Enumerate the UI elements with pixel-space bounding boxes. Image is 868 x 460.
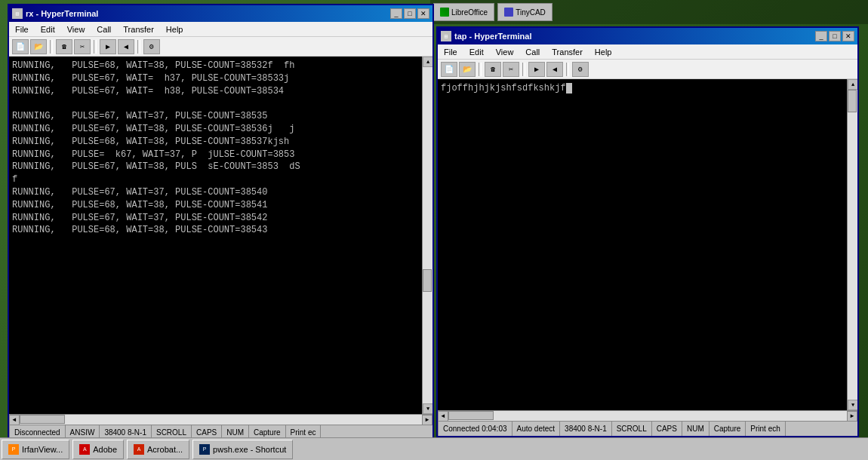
rx-close-button[interactable]: ✕ xyxy=(417,8,429,19)
tap-close-button[interactable]: ✕ xyxy=(842,31,854,41)
rx-line-3: RUNNING, PULSE=67, WAIT= h38, PULSE-COUN… xyxy=(12,85,408,98)
rx-new-button[interactable]: 📄 xyxy=(12,39,29,54)
tap-print-status: Print ech xyxy=(746,422,785,436)
rx-terminal[interactable]: RUNNING, PULSE=68, WAIT=38, PULSE-COUNT=… xyxy=(9,57,422,414)
rx-hyperterminal-window: ⊞ rx - HyperTerminal _ □ ✕ File Edit Vie… xyxy=(8,4,434,441)
rx-line-8: RUNNING, PULSE= k67, WAIT=37, P jULSE-CO… xyxy=(12,149,408,161)
rx-menu-call[interactable]: Call xyxy=(94,24,114,35)
rx-title-text: rx - HyperTerminal xyxy=(26,9,389,18)
taskbar-pwsh-label: pwsh.exe - Shortcut xyxy=(213,445,286,454)
rx-horizontal-scrollbar[interactable]: ◄ ► xyxy=(9,414,432,425)
rx-content-area: RUNNING, PULSE=68, WAIT=38, PULSE-COUNT=… xyxy=(9,57,432,414)
rx-line-2: RUNNING, PULSE=67, WAIT= h37, PULSE-COUN… xyxy=(12,72,408,85)
tap-new-button[interactable]: 📄 xyxy=(441,62,457,77)
tap-terminal-content: fjoffhjhjkjshfsdfkshkjf xyxy=(441,82,844,95)
rx-menu-file[interactable]: File xyxy=(12,24,32,35)
tap-scroll-right-button[interactable]: ► xyxy=(847,411,857,422)
rx-line-5: RUNNING, PULSE=67, WAIT=37, PULSE-COUNT=… xyxy=(12,110,408,123)
tap-horizontal-scrollbar[interactable]: ◄ ► xyxy=(438,410,857,421)
rx-scroll-left-button[interactable]: ◄ xyxy=(9,415,20,425)
taskbar-adobe-icon: A xyxy=(79,444,90,455)
tap-h-scroll-track[interactable] xyxy=(448,411,847,422)
rx-scroll-thumb[interactable] xyxy=(423,269,432,292)
rx-menu-bar: File Edit View Call Transfer Help xyxy=(9,22,432,37)
tap-connection-status: Connected 0:04:03 xyxy=(438,422,512,436)
tap-scroll-thumb[interactable] xyxy=(848,90,857,112)
tap-hangup-button[interactable]: ✂ xyxy=(503,62,519,77)
tap-menu-transfer[interactable]: Transfer xyxy=(549,47,586,57)
tap-vertical-scrollbar[interactable]: ▲ ▼ xyxy=(847,79,857,410)
tap-menu-file[interactable]: File xyxy=(441,47,460,57)
rx-scroll-track[interactable] xyxy=(423,67,432,403)
rx-receive-button[interactable]: ◀ xyxy=(118,39,134,54)
tap-toolbar: 📄 📂 ☎ ✂ ▶ ◀ ⚙ xyxy=(438,60,857,79)
tap-scroll-down-button[interactable]: ▼ xyxy=(848,400,857,410)
rx-send-button[interactable]: ▶ xyxy=(100,39,116,54)
rx-maximize-button[interactable]: □ xyxy=(404,8,416,19)
rx-dial-button[interactable]: ☎ xyxy=(56,39,72,54)
rx-open-button[interactable]: 📂 xyxy=(30,39,47,54)
rx-line-6: RUNNING, PULSE=67, WAIT=38, PULSE-COUNT=… xyxy=(12,123,408,136)
rx-props-button[interactable]: ⚙ xyxy=(143,39,160,54)
rx-scroll-down-button[interactable]: ▼ xyxy=(423,403,432,414)
rx-menu-transfer[interactable]: Transfer xyxy=(120,24,157,35)
libreoffice-label: LibreOffice xyxy=(451,8,488,17)
rx-line-1: RUNNING, PULSE=68, WAIT=38, PULSE-COUNT=… xyxy=(12,60,408,72)
rx-hangup-button[interactable]: ✂ xyxy=(74,39,91,54)
tap-maximize-button[interactable]: □ xyxy=(829,31,841,41)
rx-minimize-button[interactable]: _ xyxy=(390,8,402,19)
rx-menu-edit[interactable]: Edit xyxy=(38,24,58,35)
tap-window-icon: ⊞ xyxy=(441,31,451,41)
tap-props-button[interactable]: ⚙ xyxy=(572,62,589,77)
taskbar-item-adobe[interactable]: A Adobe xyxy=(72,440,124,459)
rx-h-scroll-thumb[interactable] xyxy=(20,415,65,424)
rx-toolbar-sep1 xyxy=(50,40,53,54)
tap-scroll-track[interactable] xyxy=(848,90,857,400)
taskbar-item-acrobat[interactable]: A Acrobat... xyxy=(127,440,189,459)
tap-menu-call[interactable]: Call xyxy=(522,47,543,57)
rx-h-scroll-track[interactable] xyxy=(20,415,422,425)
rx-vertical-scrollbar[interactable]: ▲ ▼ xyxy=(422,57,432,414)
tap-status-bar: Connected 0:04:03 Auto detect 38400 8-N-… xyxy=(438,421,857,436)
tap-hyperterminal-window: ⊞ tap - HyperTerminal _ □ ✕ File Edit Vi… xyxy=(436,26,859,437)
tap-toolbar-sep2 xyxy=(522,63,525,76)
tap-dial-button[interactable]: ☎ xyxy=(485,62,501,77)
taskbar-acrobat-label: Acrobat... xyxy=(147,445,183,454)
tap-content-area: fjoffhjhjkjshfsdfkshkjf ▲ ▼ xyxy=(438,79,857,410)
rx-window-icon: ⊞ xyxy=(12,8,23,19)
rx-menu-help[interactable]: Help xyxy=(163,24,186,35)
tap-receive-button[interactable]: ◀ xyxy=(546,62,563,77)
tap-title-text: tap - HyperTerminal xyxy=(454,32,814,41)
rx-menu-view[interactable]: View xyxy=(64,24,88,35)
rx-scroll-up-button[interactable]: ▲ xyxy=(423,57,432,67)
taskbar-png-label: IrfanView... xyxy=(22,445,63,454)
tap-menu-help[interactable]: Help xyxy=(592,47,615,57)
tap-menu-edit[interactable]: Edit xyxy=(466,47,487,57)
tap-scroll-left-button[interactable]: ◄ xyxy=(438,411,448,422)
tap-open-button[interactable]: 📂 xyxy=(459,62,476,77)
tap-send-button[interactable]: ▶ xyxy=(528,62,545,77)
rx-line-9: RUNNING, PULSE=67, WAIT=38, PULS sE-COUN… xyxy=(12,161,408,173)
tap-baud-status: 38400 8-N-1 xyxy=(560,422,612,436)
tap-menu-view[interactable]: View xyxy=(493,47,517,57)
rx-toolbar-sep2 xyxy=(94,40,97,54)
tap-h-scroll-thumb[interactable] xyxy=(448,411,494,420)
tinycad-bg-icon[interactable]: TinyCAD xyxy=(497,3,553,21)
tap-terminal[interactable]: fjoffhjhjkjshfsdfkshkjf xyxy=(438,79,847,410)
rx-line-4 xyxy=(12,97,408,110)
taskbar-adobe-label: Adobe xyxy=(93,445,117,454)
tap-scroll-up-button[interactable]: ▲ xyxy=(848,79,857,90)
tap-toolbar-sep3 xyxy=(566,63,569,76)
taskbar-item-png[interactable]: P IrfanView... xyxy=(2,440,69,459)
rx-scroll-right-button[interactable]: ► xyxy=(422,415,432,425)
rx-toolbar: 📄 📂 ☎ ✂ ▶ ◀ ⚙ xyxy=(9,37,432,57)
tap-minimize-button[interactable]: _ xyxy=(815,31,827,41)
tap-cursor xyxy=(566,83,572,94)
taskbar-item-pwsh[interactable]: P pwsh.exe - Shortcut xyxy=(192,440,293,459)
libreoffice-bg-icon[interactable]: LibreOffice xyxy=(433,3,494,21)
tap-scroll-status: SCROLL xyxy=(612,422,652,436)
rx-line-10: f xyxy=(12,173,408,186)
tap-capture-status: Capture xyxy=(709,422,746,436)
rx-line-14: RUNNING, PULSE=68, WAIT=38, PULSE-COUNT=… xyxy=(12,224,408,237)
rx-toolbar-sep3 xyxy=(137,40,140,54)
